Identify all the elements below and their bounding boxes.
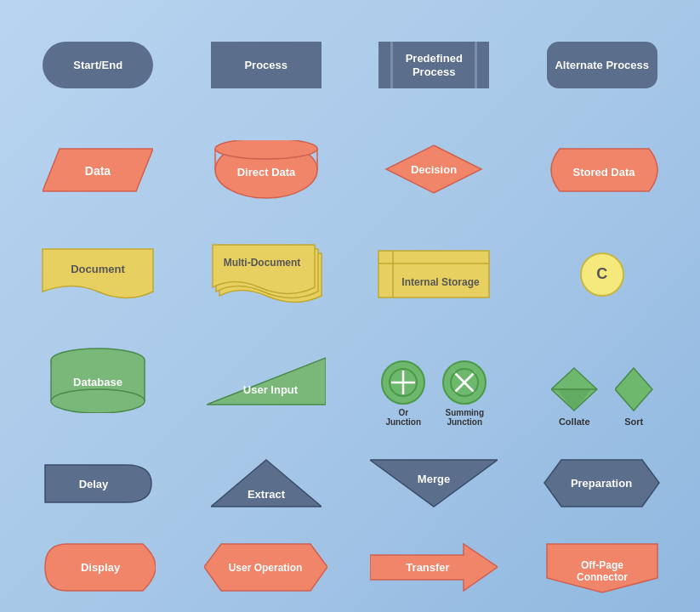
- cell-predefined-process: PredefinedProcess: [355, 17, 515, 113]
- shape-connector[interactable]: C: [580, 252, 624, 297]
- svg-text:Data: Data: [85, 164, 111, 178]
- cell-user-input: User Input: [186, 331, 346, 427]
- collate-item: Collate: [551, 366, 598, 427]
- shape-delay[interactable]: Delay: [41, 458, 156, 509]
- shape-multi-document[interactable]: Multi-Document: [207, 241, 326, 309]
- svg-marker-34: [615, 368, 652, 411]
- svg-point-3: [215, 140, 317, 159]
- cell-process: Process: [186, 17, 346, 113]
- svg-text:Display: Display: [81, 561, 121, 574]
- svg-text:Transfer: Transfer: [407, 561, 450, 574]
- cell-direct-data: Direct Data: [186, 122, 346, 218]
- cell-offpage-connector: Off-Page Connector: [522, 540, 682, 595]
- flowchart-grid: Start/End Process PredefinedProcess Alte…: [10, 8, 691, 604]
- svg-text:Off-Page: Off-Page: [581, 559, 623, 571]
- shape-decision[interactable]: Decision: [383, 142, 485, 197]
- sort-item: Sort: [615, 366, 653, 427]
- shape-stored-data[interactable]: Stored Data: [543, 144, 662, 196]
- cell-extract: Extract: [186, 435, 346, 531]
- shape-direct-data[interactable]: Direct Data: [211, 140, 322, 200]
- shape-predefined-process[interactable]: PredefinedProcess: [378, 42, 489, 88]
- shape-extract[interactable]: Extract: [211, 456, 322, 511]
- label-or-junction: OrJunction: [385, 408, 421, 427]
- cell-collate-sort: Collate Sort: [522, 331, 682, 427]
- svg-text:User Input: User Input: [243, 383, 299, 396]
- cell-multi-document: Multi-Document: [186, 226, 346, 322]
- cell-connector: C: [522, 226, 682, 322]
- cell-document: Document: [19, 226, 179, 322]
- cell-alternate-process: Alternate Process: [522, 17, 682, 113]
- shape-data[interactable]: Data: [43, 144, 153, 196]
- svg-text:Preparation: Preparation: [571, 477, 632, 490]
- label-collate: Collate: [559, 416, 590, 427]
- svg-marker-23: [207, 358, 326, 405]
- shape-start-end[interactable]: Start/End: [43, 42, 153, 88]
- shape-user-input[interactable]: User Input: [207, 349, 326, 409]
- shape-document[interactable]: Document: [38, 245, 157, 304]
- cell-display: Display: [19, 540, 179, 595]
- cell-data: Data: [19, 122, 179, 218]
- shape-offpage-connector[interactable]: Off-Page Connector: [543, 540, 662, 595]
- shape-or-junction[interactable]: [381, 360, 425, 405]
- label-process: Process: [244, 59, 287, 72]
- cell-junctions: OrJunction SummingJunction: [355, 331, 515, 427]
- cell-decision: Decision: [355, 122, 515, 218]
- label-predefined-process: PredefinedProcess: [406, 52, 463, 78]
- svg-text:Merge: Merge: [418, 473, 450, 485]
- shape-transfer[interactable]: Transfer: [370, 540, 498, 595]
- svg-text:Extract: Extract: [248, 488, 286, 501]
- summing-junction-item: SummingJunction: [442, 360, 487, 427]
- svg-point-18: [51, 389, 145, 413]
- svg-text:Connector: Connector: [577, 571, 628, 583]
- label-summing-junction: SummingJunction: [445, 408, 484, 427]
- shape-merge[interactable]: Merge: [370, 456, 498, 511]
- shape-collate[interactable]: [551, 366, 598, 413]
- cell-start-end: Start/End: [19, 17, 179, 113]
- svg-text:Internal Storage: Internal Storage: [402, 276, 481, 288]
- label-alternate-process: Alternate Process: [555, 59, 649, 72]
- or-junction-item: OrJunction: [381, 360, 425, 427]
- cell-delay: Delay: [19, 435, 179, 531]
- shape-user-operation[interactable]: User Operation: [204, 540, 327, 595]
- svg-text:Decision: Decision: [411, 163, 457, 176]
- shape-summing-junction[interactable]: [442, 360, 487, 405]
- shape-sort[interactable]: [615, 366, 653, 413]
- shape-preparation[interactable]: Preparation: [540, 456, 663, 511]
- cell-database: Database: [19, 331, 179, 427]
- shape-alternate-process[interactable]: Alternate Process: [547, 42, 657, 88]
- label-sort: Sort: [624, 416, 643, 427]
- shape-internal-storage[interactable]: Internal Storage: [374, 246, 493, 302]
- cell-preparation: Preparation: [522, 435, 682, 531]
- cell-internal-storage: Internal Storage: [355, 226, 515, 322]
- label-connector: C: [596, 265, 607, 283]
- cell-merge: Merge: [355, 435, 515, 531]
- svg-rect-12: [378, 251, 489, 298]
- svg-text:Delay: Delay: [78, 478, 108, 490]
- svg-text:Multi-Document: Multi-Document: [223, 257, 300, 269]
- cell-stored-data: Stored Data: [522, 122, 682, 218]
- shape-database[interactable]: Database: [43, 345, 153, 413]
- svg-text:Direct Data: Direct Data: [236, 166, 295, 178]
- svg-text:Document: Document: [71, 263, 125, 275]
- svg-text:Database: Database: [73, 376, 122, 388]
- cell-transfer: Transfer: [355, 540, 515, 595]
- label-start-end: Start/End: [73, 59, 122, 72]
- shape-process[interactable]: Process: [211, 42, 322, 88]
- cell-user-operation: User Operation: [186, 540, 346, 595]
- svg-text:Stored Data: Stored Data: [572, 166, 635, 178]
- shape-display[interactable]: Display: [41, 540, 156, 595]
- svg-text:User Operation: User Operation: [229, 562, 303, 574]
